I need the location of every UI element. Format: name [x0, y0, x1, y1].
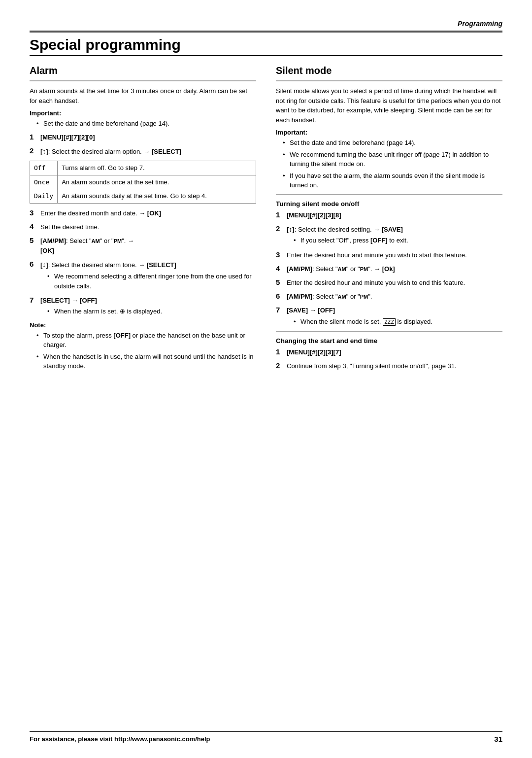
step-3-content: Enter the desired month and date. → [OK] [40, 208, 256, 218]
step-num-5: 5 [30, 236, 40, 244]
table-row-off: Off Turns alarm off. Go to step 7. [30, 161, 256, 175]
table-val-once: An alarm sounds once at the set time. [58, 175, 256, 189]
alarm-step-4: 4 Set the desired time. [30, 222, 256, 232]
changing-title: Changing the start and end time [276, 337, 502, 345]
alarm-note-list: To stop the alarm, press [OFF] or place … [30, 331, 256, 371]
header-title: Programming [458, 20, 502, 28]
silent-important-item-2: We recommend turning the base unit ringe… [283, 150, 502, 169]
turning-step-7: 7 [SAVE] → [OFF] When the silent mode is… [276, 306, 502, 327]
table-val-off: Turns alarm off. Go to step 7. [58, 161, 256, 175]
changing-step-1-content: [MENU][#][2][3][7] [287, 347, 502, 357]
alarm-section-title: Alarm [30, 65, 256, 76]
step-2-content: [↕]: Select the desired alarm option. → … [40, 146, 256, 157]
page-title: Special programming [30, 36, 502, 53]
turning-step-num-5: 5 [276, 278, 287, 286]
step-7-bullet-1: When the alarm is set, ⊕ is displayed. [47, 307, 256, 316]
alarm-step-3: 3 Enter the desired month and date. → [O… [30, 208, 256, 218]
changing-step-1: 1 [MENU][#][2][3][7] [276, 347, 502, 357]
silent-underline [276, 80, 502, 81]
turning-step-2-subbullets: If you select "Off", press [OFF] to exit… [287, 236, 502, 245]
table-key-once: Once [30, 175, 58, 189]
step-5-content: [AM/PM]: Select "AM" or "PM". → [OK] [40, 236, 256, 256]
changing-step-num-2: 2 [276, 361, 287, 370]
turning-step-3: 3 Enter the desired hour and minute you … [276, 250, 502, 260]
table-key-off: Off [30, 161, 58, 175]
alarm-note-label: Note: [30, 321, 256, 329]
alarm-step-5: 5 [AM/PM]: Select "AM" or "PM". → [OK] [30, 236, 256, 256]
step-7-subbullets: When the alarm is set, ⊕ is displayed. [40, 307, 256, 316]
silent-section-title: Silent mode [276, 65, 502, 76]
turning-step-num-4: 4 [276, 264, 287, 273]
title-underline [30, 55, 502, 56]
turning-step-num-1: 1 [276, 210, 287, 219]
turning-step-num-2: 2 [276, 224, 287, 233]
step-1-content: [MENU][#][7][2][0] [40, 133, 256, 142]
silent-intro: Silent mode allows you to select a perio… [276, 86, 502, 125]
alarm-important-list: Set the date and time beforehand (page 1… [30, 119, 256, 129]
turning-step-4: 4 [AM/PM]: Select "AM" or "PM". → [Ok] [276, 264, 502, 274]
alarm-table: Off Turns alarm off. Go to step 7. Once … [30, 161, 256, 204]
changing-step-2-content: Continue from step 3, "Turning silent mo… [287, 361, 502, 371]
alarm-important-label: Important: [30, 109, 256, 117]
changing-step-2: 2 Continue from step 3, "Turning silent … [276, 361, 502, 371]
turning-step-num-6: 6 [276, 292, 287, 300]
step-2-nav: [↕] [40, 148, 48, 155]
step-6-bullet-1: We recommend selecting a different ringe… [47, 272, 256, 291]
page: Programming Special programming Alarm An… [0, 0, 532, 758]
top-rule [30, 31, 502, 33]
silent-important-list: Set the date and time beforehand (page 1… [276, 138, 502, 190]
header-bar: Programming [30, 20, 502, 28]
step-num-4: 4 [30, 222, 40, 231]
turning-step-2-content: [↕]: Select the desired setting. → [SAVE… [287, 224, 502, 246]
turning-title: Turning silent mode on/off [276, 200, 502, 207]
step-num-3: 3 [30, 208, 40, 217]
alarm-step-2: 2 [↕]: Select the desired alarm option. … [30, 146, 256, 157]
left-column: Alarm An alarm sounds at the set time fo… [30, 65, 256, 375]
silent-important-item-3: If you have set the alarm, the alarm sou… [283, 171, 502, 190]
step-1-menu: [MENU][#][7][2][0] [40, 134, 95, 141]
turning-step-5: 5 Enter the desired hour and minute you … [276, 278, 502, 288]
alarm-note-item-1: To stop the alarm, press [OFF] or place … [36, 331, 256, 350]
step-num-6: 6 [30, 260, 40, 268]
footer-bar: For assistance, please visit http://www.… [30, 731, 502, 743]
table-row-daily: Daily An alarm sounds daily at the set t… [30, 189, 256, 204]
alarm-important-item-1: Set the date and time beforehand (page 1… [36, 119, 256, 129]
silent-important-label: Important: [276, 129, 502, 136]
turning-step-6: 6 [AM/PM]: Select "AM" or "PM". [276, 292, 502, 302]
turning-step-2: 2 [↕]: Select the desired setting. → [SA… [276, 224, 502, 246]
alarm-note-item-2: When the handset is in use, the alarm wi… [36, 352, 256, 371]
silent-important-item-1: Set the date and time beforehand (page 1… [283, 138, 502, 148]
turning-step-4-content: [AM/PM]: Select "AM" or "PM". → [Ok] [287, 264, 502, 274]
step-num-1: 1 [30, 133, 40, 141]
step-num-7: 7 [30, 296, 40, 304]
turning-step-1-content: [MENU][#][2][3][8] [287, 210, 502, 220]
alarm-step-7: 7 [SELECT] → [OFF] When the alarm is set… [30, 296, 256, 317]
right-column: Silent mode Silent mode allows you to se… [276, 65, 502, 375]
turning-step-7-content: [SAVE] → [OFF] When the silent mode is s… [287, 306, 502, 327]
step-7-content: [SELECT] → [OFF] When the alarm is set, … [40, 296, 256, 317]
footer-text: For assistance, please visit http://www.… [30, 735, 210, 743]
turning-separator [276, 194, 502, 195]
changing-separator [276, 331, 502, 332]
footer-page: 31 [494, 735, 502, 743]
alarm-intro: An alarm sounds at the set time for 3 mi… [30, 86, 256, 105]
turning-step-3-content: Enter the desired hour and minute you wi… [287, 250, 502, 260]
turning-step-7-subbullets: When the silent mode is set, ZZZ is disp… [287, 317, 502, 327]
table-val-daily: An alarm sounds daily at the set time. G… [58, 189, 256, 204]
turning-step-1: 1 [MENU][#][2][3][8] [276, 210, 502, 220]
table-row-once: Once An alarm sounds once at the set tim… [30, 175, 256, 189]
turning-step-2-bullet-1: If you select "Off", press [OFF] to exit… [294, 236, 502, 245]
turning-step-7-bullet-1: When the silent mode is set, ZZZ is disp… [294, 317, 502, 327]
alarm-step-1: 1 [MENU][#][7][2][0] [30, 133, 256, 142]
turning-step-6-content: [AM/PM]: Select "AM" or "PM". [287, 292, 502, 302]
step-6-content: [↕]: Select the desired alarm tone. → [S… [40, 260, 256, 292]
turning-step-5-content: Enter the desired hour and minute you wi… [287, 278, 502, 288]
alarm-step-6: 6 [↕]: Select the desired alarm tone. → … [30, 260, 256, 292]
alarm-underline [30, 80, 256, 81]
turning-step-num-3: 3 [276, 250, 287, 259]
table-key-daily: Daily [30, 189, 58, 204]
step-6-subbullets: We recommend selecting a different ringe… [40, 272, 256, 291]
changing-step-num-1: 1 [276, 347, 287, 356]
step-4-content: Set the desired time. [40, 222, 256, 232]
step-num-2: 2 [30, 146, 40, 155]
